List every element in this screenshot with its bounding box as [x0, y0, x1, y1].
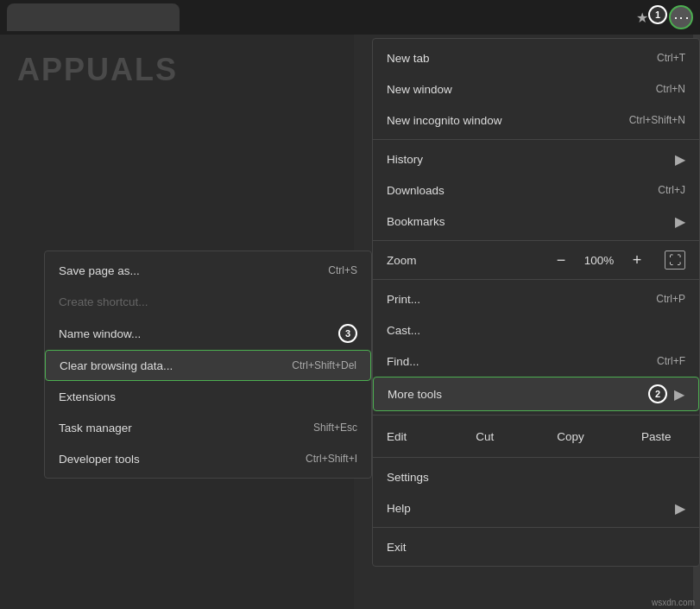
- sub-menu-item-save-page-shortcut: Ctrl+S: [328, 264, 357, 276]
- zoom-value: 100%: [582, 254, 616, 267]
- menu-item-new-tab-label: New tab: [387, 52, 640, 65]
- menu-item-exit[interactable]: Exit: [373, 531, 699, 562]
- menu-item-new-incognito-shortcut: Ctrl+Shift+N: [629, 114, 685, 126]
- cut-button[interactable]: Cut: [442, 425, 527, 448]
- browser-tab[interactable]: [7, 3, 180, 31]
- menu-item-cast-label: Cast...: [387, 324, 685, 337]
- badge-3: 3: [338, 324, 357, 343]
- sub-menu-item-developer-tools-label: Developer tools: [59, 453, 306, 466]
- divider-4: [373, 415, 699, 416]
- browser-toolbar: ★ 1 ⋮: [0, 0, 700, 35]
- badge-1: 1: [648, 5, 667, 24]
- menu-item-find[interactable]: Find... Ctrl+F: [373, 346, 699, 377]
- sub-menu-item-create-shortcut-label: Create shortcut...: [59, 295, 357, 308]
- tab-area: [7, 3, 693, 31]
- menu-item-cast[interactable]: Cast...: [373, 314, 699, 346]
- zoom-row: Zoom − 100% + ⛶: [373, 244, 699, 276]
- paste-button[interactable]: Paste: [614, 425, 699, 448]
- history-arrow-icon: ▶: [675, 151, 685, 168]
- sub-menu-more-tools: Save page as... Ctrl+S Create shortcut..…: [44, 251, 372, 479]
- sub-menu-item-name-window[interactable]: Name window... 3: [45, 317, 371, 350]
- menu-item-print[interactable]: Print... Ctrl+P: [373, 283, 699, 314]
- menu-item-new-tab[interactable]: New tab Ctrl+T: [373, 42, 699, 73]
- menu-item-downloads-shortcut: Ctrl+J: [658, 184, 685, 196]
- zoom-plus-button[interactable]: +: [627, 251, 647, 270]
- menu-item-new-window-shortcut: Ctrl+N: [656, 83, 685, 95]
- menu-item-downloads[interactable]: Downloads Ctrl+J: [373, 174, 699, 206]
- menu-item-history[interactable]: History ▶: [373, 143, 699, 174]
- menu-item-settings-label: Settings: [387, 471, 685, 484]
- menu-item-print-label: Print...: [387, 293, 639, 306]
- edit-row: Edit Cut Copy Paste: [373, 419, 699, 454]
- menu-item-more-tools[interactable]: More tools 2 ▶: [373, 377, 699, 411]
- menu-item-help-label: Help: [387, 502, 668, 515]
- menu-item-find-label: Find...: [387, 355, 640, 368]
- sub-menu-item-name-window-label: Name window...: [59, 327, 331, 340]
- menu-item-new-tab-shortcut: Ctrl+T: [657, 52, 685, 64]
- sub-menu-item-developer-tools[interactable]: Developer tools Ctrl+Shift+I: [45, 443, 371, 474]
- menu-item-exit-label: Exit: [387, 541, 685, 554]
- zoom-fullscreen-button[interactable]: ⛶: [665, 251, 685, 270]
- menu-item-new-window-label: New window: [387, 83, 639, 96]
- menu-item-new-window[interactable]: New window Ctrl+N: [373, 73, 699, 105]
- menu-item-find-shortcut: Ctrl+F: [657, 355, 685, 367]
- watermark: wsxdn.com: [652, 598, 695, 607]
- divider-2: [373, 240, 699, 241]
- sub-menu-item-clear-browsing[interactable]: Clear browsing data... Ctrl+Shift+Del: [45, 350, 371, 381]
- menu-item-new-incognito-label: New incognito window: [387, 114, 612, 127]
- divider-5: [373, 457, 699, 458]
- bookmark-icon[interactable]: ★: [636, 10, 648, 26]
- edit-label: Edit: [373, 430, 442, 443]
- divider-3: [373, 279, 699, 280]
- sub-menu-item-developer-tools-shortcut: Ctrl+Shift+I: [306, 453, 357, 465]
- sub-menu-item-clear-browsing-shortcut: Ctrl+Shift+Del: [292, 359, 356, 371]
- sub-menu-item-extensions-label: Extensions: [59, 390, 357, 403]
- sub-menu-item-save-page[interactable]: Save page as... Ctrl+S: [45, 255, 371, 286]
- three-dots-button[interactable]: ⋮: [669, 5, 693, 29]
- copy-button[interactable]: Copy: [527, 425, 613, 448]
- divider-6: [373, 527, 699, 528]
- sub-menu-item-save-page-label: Save page as...: [59, 264, 328, 277]
- three-dots-icon: ⋮: [673, 10, 689, 25]
- site-logo: APPUALS: [17, 52, 178, 88]
- help-arrow-icon: ▶: [675, 500, 685, 517]
- menu-item-more-tools-label: More tools: [388, 388, 641, 401]
- menu-item-help[interactable]: Help ▶: [373, 492, 699, 523]
- sub-menu-item-clear-browsing-label: Clear browsing data...: [60, 359, 292, 372]
- menu-item-settings[interactable]: Settings: [373, 461, 699, 492]
- zoom-controls: − 100% + ⛶: [551, 251, 685, 270]
- menu-item-downloads-label: Downloads: [387, 184, 640, 197]
- menu-item-print-shortcut: Ctrl+P: [656, 293, 685, 305]
- divider-1: [373, 139, 699, 140]
- bookmarks-arrow-icon: ▶: [675, 213, 685, 230]
- menu-item-new-incognito[interactable]: New incognito window Ctrl+Shift+N: [373, 105, 699, 136]
- menu-item-bookmarks-label: Bookmarks: [387, 215, 668, 228]
- badge-2: 2: [648, 384, 667, 403]
- main-menu: New tab Ctrl+T New window Ctrl+N New inc…: [372, 38, 700, 567]
- zoom-label: Zoom: [387, 254, 438, 267]
- menu-item-bookmarks[interactable]: Bookmarks ▶: [373, 206, 699, 237]
- sub-menu-item-task-manager[interactable]: Task manager Shift+Esc: [45, 412, 371, 443]
- sub-menu-item-task-manager-shortcut: Shift+Esc: [313, 422, 357, 434]
- menu-item-history-label: History: [387, 153, 668, 166]
- sub-menu-item-task-manager-label: Task manager: [59, 422, 313, 435]
- more-tools-arrow-icon: ▶: [674, 386, 684, 403]
- sub-menu-item-create-shortcut[interactable]: Create shortcut...: [45, 286, 371, 317]
- zoom-minus-button[interactable]: −: [551, 251, 571, 270]
- sub-menu-item-extensions[interactable]: Extensions: [45, 381, 371, 412]
